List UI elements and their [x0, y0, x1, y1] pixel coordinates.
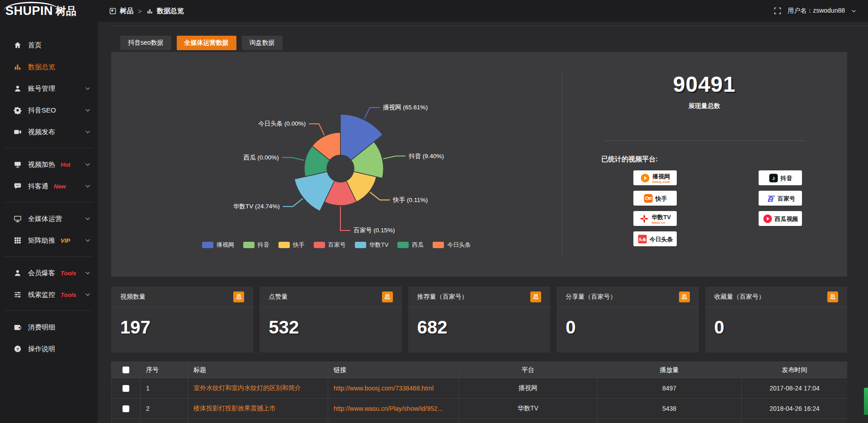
sidebar-divider	[5, 310, 93, 311]
sidebar-item-chart-bar[interactable]: 数据总览	[0, 56, 98, 78]
legend-item-4[interactable]: 华数TV	[355, 241, 389, 249]
stat-card-4: 收藏量（百家号）总0	[705, 287, 847, 352]
legend-item-6[interactable]: 今日头条	[433, 241, 471, 249]
platform-badges-left: 播视网boosj.com快手华数TVwasu.cn头条今日头条	[633, 170, 677, 246]
username-menu[interactable]: 用户名：zswodun88	[788, 7, 845, 15]
column-header-5[interactable]: 发布时间	[742, 362, 848, 378]
sidebar-item-user-star[interactable]: 会员爆客Tools	[0, 262, 98, 284]
row-checkbox[interactable]	[123, 405, 129, 412]
tab-0[interactable]: 抖音seo数据	[120, 36, 171, 50]
stat-card-1: 点赞量总532	[259, 287, 401, 352]
sidebar-item-badge: VIP	[61, 237, 70, 244]
sidebar-item-user[interactable]: 账号管理	[0, 78, 98, 99]
legend-item-1[interactable]: 抖音	[243, 241, 269, 249]
stat-card-total-badge[interactable]: 总	[530, 291, 541, 302]
legend-label: 抖音	[258, 241, 269, 249]
sidebar-item-monitor[interactable]: 全媒体运营	[0, 208, 98, 230]
row-checkbox[interactable]	[123, 385, 129, 392]
stat-card-title: 视频数量	[120, 293, 146, 301]
sidebar-item-home[interactable]: 首页	[0, 34, 98, 56]
legend-item-5[interactable]: 西瓜	[397, 241, 424, 249]
user-icon	[14, 85, 22, 93]
username: zswodun88	[813, 7, 845, 14]
platform-name: 快手	[656, 195, 667, 202]
sidebar-item-label: 视频加热	[28, 160, 55, 169]
sidebar-item-chat[interactable]: 抖客通New	[0, 175, 98, 197]
floating-widget[interactable]	[864, 388, 868, 415]
platform-sub: wasu.cn	[651, 221, 671, 224]
stat-card-total-badge[interactable]: 总	[679, 291, 690, 302]
column-header-4[interactable]: 播放量	[597, 362, 742, 378]
cell-index: 1	[141, 378, 188, 399]
stat-card-value: 532	[259, 307, 401, 338]
platform-badge-xigua[interactable]: 西瓜视频	[759, 211, 802, 226]
cell-link[interactable]: http://www.boosj.com/7338468.html	[328, 378, 459, 399]
stat-card-value: 0	[705, 307, 847, 338]
fullscreen-icon[interactable]	[774, 7, 781, 14]
chevron-down-icon	[85, 238, 90, 243]
chevron-down-icon	[85, 292, 90, 297]
breadcrumb-root[interactable]: 树品	[120, 7, 133, 15]
stat-card-title: 分享量（百家号）	[566, 293, 616, 301]
column-header-2[interactable]: 链接	[328, 362, 459, 378]
pie-label-line-5	[282, 158, 304, 160]
home-icon	[14, 41, 22, 49]
platform-badge-baijiahao[interactable]: 百百家号	[759, 191, 802, 206]
cell-title[interactable]: 室外水纹灯和室内水纹灯的区别和简介	[188, 378, 328, 399]
sidebar-item-grid[interactable]: 矩阵助推VIP	[0, 230, 98, 251]
chart-bar-icon	[146, 8, 153, 14]
svg-text:百: 百	[767, 194, 775, 202]
stat-card-total-badge[interactable]: 总	[233, 291, 244, 302]
column-header-1[interactable]: 标题	[188, 362, 328, 378]
stat-card-header: 视频数量总	[111, 287, 253, 307]
legend-label: 百家号	[328, 241, 346, 249]
platform-badge-boosj[interactable]: 播视网boosj.com	[633, 170, 677, 185]
chevron-down-icon	[85, 86, 90, 91]
pie-slice-4[interactable]	[294, 172, 335, 212]
column-header-3[interactable]: 平台	[459, 362, 597, 378]
stat-card-value: 197	[111, 307, 253, 338]
chart-panel: 播视网 (65.61%)抖音 (9.40%)快手 (0.11%)百家号 (0.1…	[111, 52, 847, 277]
select-all-checkbox[interactable]	[123, 367, 129, 373]
stat-card-header: 收藏量（百家号）总	[705, 287, 847, 307]
chevron-down-icon[interactable]	[851, 9, 856, 14]
platform-badge-kuaishou[interactable]: 快手	[633, 191, 677, 206]
tab-2[interactable]: 询盘数据	[242, 36, 283, 50]
sidebar-item-label: 全媒体运营	[28, 215, 62, 223]
legend-swatch	[243, 242, 255, 248]
stat-card-total-badge[interactable]: 总	[827, 291, 838, 302]
sidebar-item-badge: Tools	[61, 270, 76, 277]
logo[interactable]: SHUPIN 树品	[0, 0, 98, 22]
sidebar-item-question[interactable]: ?操作说明	[0, 338, 98, 360]
videos-table-wrap: 序号标题链接平台播放量发布时间1室外水纹灯和室内水纹灯的区别和简介http://…	[111, 362, 847, 423]
platform-badge-toutiao[interactable]: 头条今日头条	[633, 231, 677, 246]
sidebar-item-gear[interactable]: 抖音SEO	[0, 99, 98, 121]
stat-card-0: 视频数量总197	[111, 287, 253, 352]
legend-item-0[interactable]: 播视网	[202, 241, 234, 249]
legend-label: 今日头条	[447, 241, 471, 249]
platform-badge-douyin[interactable]: ♪♪抖音	[759, 170, 802, 185]
legend-item-3[interactable]: 百家号	[314, 241, 346, 249]
sidebar-item-heat[interactable]: 视频加热Hot	[0, 154, 98, 175]
legend-item-2[interactable]: 快手	[278, 241, 305, 249]
legend-label: 快手	[293, 241, 305, 249]
platform-name: 华数TV	[651, 214, 671, 221]
gear-icon	[14, 106, 22, 114]
column-header-0[interactable]: 序号	[141, 362, 188, 378]
sidebar-item-sliders[interactable]: 线索监控Tools	[0, 284, 98, 306]
cell-title[interactable]: 楼体投影灯投影效果震撼上市	[188, 399, 328, 419]
stat-card-header: 点赞量总	[259, 287, 401, 307]
sidebar-item-label: 线索监控	[28, 291, 55, 299]
cell-link[interactable]: http://www.wasu.cn/Play/show/id/952...	[328, 399, 459, 419]
svg-text:?: ?	[16, 347, 19, 352]
sidebar-item-label: 账号管理	[28, 85, 55, 93]
pie-label-line-6	[309, 124, 324, 135]
cell-time: 2018-04-26 16:24	[742, 399, 848, 419]
platform-badge-wasu[interactable]: 华数TVwasu.cn	[633, 211, 677, 226]
stat-card-total-badge[interactable]: 总	[382, 291, 393, 302]
tab-1-active[interactable]: 全媒体运营数据	[177, 36, 236, 50]
sidebar-item-video[interactable]: 视频发布	[0, 121, 98, 143]
sidebar-item-wallet[interactable]: 消费明细	[0, 316, 98, 338]
pie-label-0: 播视网 (65.61%)	[383, 104, 428, 111]
stat-card-title: 推荐量（百家号）	[417, 293, 468, 301]
